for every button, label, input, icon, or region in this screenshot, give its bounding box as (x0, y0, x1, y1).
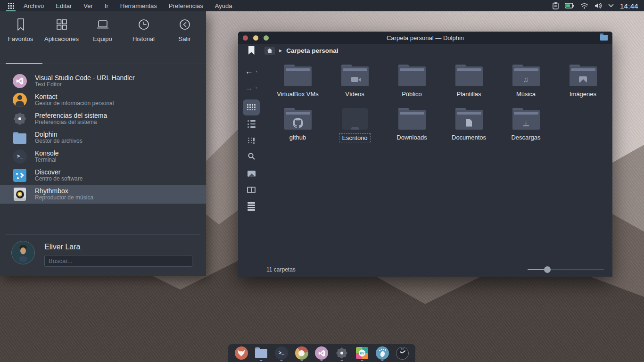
folder-icon (284, 65, 312, 86)
close-button[interactable] (243, 35, 248, 41)
home-crumb-button[interactable] (264, 47, 275, 55)
folder-label: Público (399, 90, 425, 99)
dock-konsole[interactable]: >_ (274, 345, 289, 361)
tab-label: Equipo (93, 35, 112, 42)
computer-icon (96, 18, 110, 31)
menu-herramientas[interactable]: Herramientas (120, 2, 157, 9)
launcher-active-underline (6, 10, 16, 11)
folder-imagenes[interactable]: Imágenes (554, 65, 611, 108)
window-body: ← ▾ → ▾ (238, 57, 612, 263)
compact-view-button[interactable] (243, 132, 260, 148)
running-indicator (300, 360, 303, 361)
tab-label: Salir (178, 35, 190, 42)
breadcrumb-current[interactable]: Carpeta personal (286, 47, 338, 54)
dock: >_ KV 12 (228, 344, 415, 362)
folder-github-icon (284, 108, 312, 130)
desktop-icon (342, 108, 368, 130)
folder-label: Documentos (449, 133, 489, 142)
folder-publico[interactable]: Público (383, 65, 440, 108)
folder-descargas[interactable]: ↓ Descargas (497, 108, 554, 151)
tab-historial[interactable]: Historial (123, 18, 164, 64)
folder-plantillas[interactable]: Plantillas (440, 65, 497, 108)
breadcrumb: ▶ Carpeta personal (264, 47, 338, 55)
launcher-tabs: Favoritos Aplicaciones Equipo Historial … (0, 11, 206, 64)
folder-document-icon (455, 108, 483, 130)
tab-favoritos[interactable]: Favoritos (0, 18, 41, 64)
clipboard-icon[interactable] (553, 2, 559, 9)
maximize-button[interactable] (264, 35, 269, 41)
app-item-discover[interactable]: Discover Centro de software (0, 166, 206, 185)
battery-icon[interactable] (565, 3, 574, 8)
dock-clock[interactable]: 12 (395, 345, 409, 361)
search-button[interactable] (243, 149, 260, 165)
status-text: 11 carpetas (266, 266, 296, 273)
menu-ayuda[interactable]: Ayuda (215, 2, 232, 9)
folder-label: Imágenes (567, 90, 599, 99)
back-button[interactable]: ← ▾ (245, 66, 257, 76)
dock-vscode[interactable] (314, 345, 329, 361)
menu-editar[interactable]: Editar (56, 2, 72, 9)
volume-icon[interactable] (594, 2, 602, 9)
chevron-down-icon[interactable] (608, 4, 614, 8)
folder-github[interactable]: github (269, 108, 326, 151)
grid-view-button[interactable] (243, 99, 260, 115)
folder-virtualbox-vms[interactable]: VirtualBox VMs (269, 65, 326, 108)
app-description: Gestor de archivos (35, 138, 83, 145)
dock-system-settings[interactable] (335, 345, 349, 361)
folder-label: github (287, 133, 309, 142)
dock-chrome[interactable] (295, 345, 309, 361)
clock-widget-icon: 12 (396, 347, 409, 360)
folder-documentos[interactable]: Documentos (440, 108, 497, 151)
menu-preferencias[interactable]: Preferencias (169, 2, 203, 9)
app-item-konsole[interactable]: >_ Konsole Terminal (0, 147, 206, 166)
dock-gnome[interactable] (375, 345, 389, 361)
dock-firefox[interactable] (234, 345, 248, 361)
app-item-dolphin[interactable]: Dolphin Gestor de archivos (0, 128, 206, 147)
list-view-icon (248, 120, 256, 128)
places-bookmark-icon[interactable] (248, 46, 255, 55)
menu-archivo[interactable]: Archivo (24, 2, 44, 9)
folder-escritorio[interactable]: Escritorio (326, 108, 383, 151)
menu-ver[interactable]: Ver (83, 2, 93, 9)
folder-videos[interactable]: Vídeos (326, 65, 383, 108)
running-indicator (361, 360, 363, 361)
menu-hamburger-icon (248, 202, 255, 211)
zoom-slider[interactable] (528, 266, 604, 273)
menu-ir[interactable]: Ir (105, 2, 108, 9)
app-item-rhythmbox[interactable]: Rhythmbox Reproductor de música (0, 185, 206, 204)
app-item-kontact[interactable]: Kontact Gestor de información personal (0, 90, 206, 109)
vscode-icon (315, 346, 328, 360)
folder-downloads[interactable]: Downloads (383, 108, 440, 151)
forward-arrow-icon: → (245, 84, 253, 92)
vscode-icon (13, 74, 27, 88)
wifi-icon[interactable] (580, 3, 588, 9)
app-launcher-button[interactable] (6, 0, 16, 11)
clock[interactable]: 14:44 (620, 2, 638, 10)
app-item-preferencias[interactable]: Preferencias del sistema Preferencias de… (0, 109, 206, 128)
search-input[interactable] (44, 255, 192, 267)
split-view-button[interactable] (243, 182, 260, 198)
app-item-vscode[interactable]: Visual Studio Code - URL Handler Text Ed… (0, 72, 206, 90)
folder-musica[interactable]: ♫ Música (497, 65, 554, 108)
konsole-icon: >_ (275, 346, 288, 360)
chrome-icon (295, 346, 308, 360)
app-name: Konsole (35, 149, 59, 157)
tab-aplicaciones[interactable]: Aplicaciones (41, 18, 82, 64)
forward-button[interactable]: → ▾ (245, 83, 257, 92)
tab-equipo[interactable]: Equipo (82, 18, 123, 64)
menu-button[interactable] (243, 198, 260, 214)
active-tab-underline (6, 63, 42, 64)
dock-kvantum[interactable]: KV (355, 345, 369, 361)
preview-button[interactable] (243, 165, 260, 181)
running-indicator (260, 360, 263, 361)
dock-file-manager[interactable] (254, 345, 268, 361)
minimize-button[interactable] (253, 35, 258, 41)
system-settings-icon (13, 112, 27, 126)
list-view-button[interactable] (243, 116, 260, 132)
tab-salir[interactable]: Salir (164, 18, 205, 64)
app-name: Preferencias del sistema (35, 112, 107, 119)
app-name: Discover (35, 168, 83, 176)
slider-handle[interactable] (544, 266, 551, 273)
forward-caret-icon: ▾ (256, 86, 257, 90)
dolphin-folder-icon (13, 133, 26, 144)
